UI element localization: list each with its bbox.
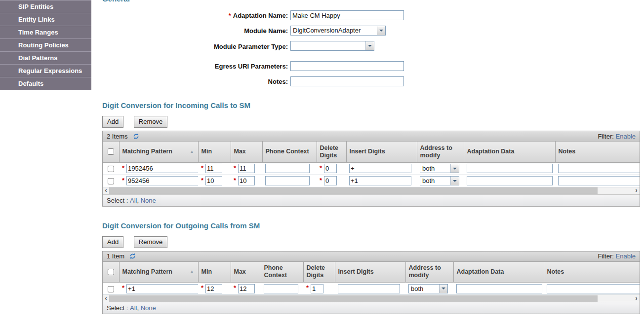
column-header-insert-digits[interactable]: Insert Digits	[346, 142, 417, 162]
column-header-delete-digits[interactable]: Delete Digits	[317, 142, 346, 162]
h-scrollbar[interactable]: ‹ ›	[103, 295, 640, 302]
remove-button[interactable]: Remove	[134, 236, 167, 248]
matching-pattern-input[interactable]	[126, 164, 198, 173]
column-header-matching-pattern[interactable]: Matching Pattern▲	[119, 142, 198, 162]
select-all-checkbox[interactable]	[108, 148, 114, 155]
insert-digits-input[interactable]	[349, 164, 411, 173]
min-input[interactable]	[205, 164, 222, 173]
scroll-left-icon[interactable]: ‹	[103, 295, 109, 302]
phone-context-input[interactable]	[265, 176, 310, 185]
adaptation-data-input[interactable]	[467, 164, 553, 173]
scroll-left-icon[interactable]: ‹	[103, 187, 109, 194]
matching-pattern-input[interactable]	[126, 176, 198, 185]
filter-box: Filter: Enable	[598, 252, 636, 260]
required-marker: *	[320, 164, 322, 172]
delete-digits-input[interactable]	[324, 164, 337, 173]
column-header-adaptation-data[interactable]: Adaptation Data	[464, 142, 555, 162]
sidebar-item-dial-patterns[interactable]: Dial Patterns	[0, 52, 91, 65]
required-marker: *	[201, 284, 203, 291]
max-input[interactable]	[238, 284, 255, 293]
scroll-thumb[interactable]	[109, 187, 598, 194]
column-header-matching-pattern[interactable]: Matching Pattern▲	[119, 262, 198, 283]
select-none-link[interactable]: None	[141, 304, 156, 312]
sidebar-item-regular-expressions[interactable]: Regular Expressions	[0, 65, 91, 77]
required-marker: *	[122, 164, 124, 172]
chevron-down-icon[interactable]	[439, 285, 447, 293]
address-to-modify-select[interactable]: both	[420, 164, 459, 173]
column-header-notes[interactable]: Notes	[544, 262, 640, 283]
delete-digits-input[interactable]	[311, 284, 323, 293]
sidebar-item-routing-policies[interactable]: Routing Policies	[0, 39, 91, 52]
adaptation-data-input[interactable]	[467, 176, 553, 185]
min-input[interactable]	[205, 176, 222, 185]
select-all-link[interactable]: All	[130, 304, 137, 312]
column-header-address-to-modify[interactable]: Address to modify	[405, 262, 453, 283]
select-all-header[interactable]	[103, 262, 119, 283]
column-header-max[interactable]: Max	[231, 262, 261, 283]
refresh-icon[interactable]	[129, 253, 136, 259]
notes-cell-input[interactable]	[547, 284, 640, 293]
module-parameter-type-selected-value	[291, 41, 365, 50]
matching-pattern-input[interactable]	[126, 284, 198, 293]
sidebar-item-defaults[interactable]: Defaults	[0, 77, 91, 90]
egress-uri-parameters-input[interactable]	[290, 61, 404, 71]
sidebar-item-entity-links[interactable]: Entity Links	[0, 13, 91, 26]
row-checkbox[interactable]	[108, 166, 114, 172]
row-checkbox[interactable]	[108, 178, 114, 184]
column-header-adaptation-data[interactable]: Adaptation Data	[453, 262, 544, 283]
notes-label: Notes:	[102, 78, 288, 85]
chevron-down-icon[interactable]	[450, 177, 459, 185]
column-header-phone-context[interactable]: Phone Context	[261, 262, 303, 283]
scroll-thumb[interactable]	[109, 295, 598, 302]
address-to-modify-select[interactable]: both	[420, 176, 459, 185]
column-header-notes[interactable]: Notes	[555, 142, 640, 162]
chevron-down-icon[interactable]	[365, 41, 374, 50]
sidebar-item-sip-entities[interactable]: SIP Entities	[0, 0, 91, 13]
phone-context-input[interactable]	[264, 284, 298, 293]
select-none-link[interactable]: None	[141, 197, 156, 204]
filter-enable-link[interactable]: Enable	[616, 133, 636, 140]
h-scrollbar[interactable]: ‹ ›	[103, 187, 640, 195]
module-name-select[interactable]: DigitConversionAdapter	[290, 26, 386, 36]
add-button[interactable]: Add	[102, 236, 123, 248]
insert-digits-input[interactable]	[349, 176, 411, 185]
phone-context-input[interactable]	[265, 164, 310, 173]
column-header-phone-context[interactable]: Phone Context	[262, 142, 317, 162]
notes-cell-input[interactable]	[558, 164, 640, 173]
required-marker: *	[234, 164, 236, 172]
sidebar-item-time-ranges[interactable]: Time Ranges	[0, 26, 91, 39]
chevron-down-icon[interactable]	[377, 26, 385, 35]
column-header-min[interactable]: Min	[198, 142, 231, 162]
chevron-down-icon[interactable]	[450, 164, 459, 173]
column-header-min[interactable]: Min	[198, 262, 231, 283]
scroll-right-icon[interactable]: ›	[633, 295, 640, 302]
address-to-modify-selected-value: both	[420, 164, 450, 173]
notes-input[interactable]	[290, 76, 404, 86]
filter-enable-link[interactable]: Enable	[616, 252, 636, 260]
select-all-header[interactable]	[103, 142, 119, 162]
column-header-insert-digits[interactable]: Insert Digits	[335, 262, 405, 283]
adaptation-data-input[interactable]	[456, 284, 542, 293]
remove-button[interactable]: Remove	[134, 116, 167, 128]
max-input[interactable]	[238, 176, 255, 185]
insert-digits-input[interactable]	[338, 284, 400, 293]
adaptation-name-input[interactable]	[290, 10, 404, 20]
column-header-delete-digits[interactable]: Delete Digits	[303, 262, 335, 283]
module-parameter-type-label: Module Parameter Type:	[102, 43, 288, 50]
delete-digits-input[interactable]	[324, 176, 337, 185]
refresh-icon[interactable]	[133, 133, 139, 140]
max-input[interactable]	[238, 164, 255, 173]
outgoing-items-bar: 1 Item Filter: Enable	[103, 251, 640, 262]
column-header-address-to-modify[interactable]: Address to modify	[417, 142, 464, 162]
select-all-link[interactable]: All	[130, 197, 137, 204]
address-to-modify-select[interactable]: both	[408, 284, 448, 293]
select-all-checkbox[interactable]	[108, 269, 114, 275]
incoming-grid: 2 Items Filter: Enable	[102, 131, 640, 207]
min-input[interactable]	[205, 284, 222, 293]
module-parameter-type-select[interactable]	[290, 41, 374, 51]
notes-cell-input[interactable]	[558, 176, 640, 185]
row-checkbox[interactable]	[108, 286, 114, 292]
add-button[interactable]: Add	[102, 116, 123, 128]
column-header-max[interactable]: Max	[231, 142, 262, 162]
scroll-right-icon[interactable]: ›	[633, 187, 640, 194]
